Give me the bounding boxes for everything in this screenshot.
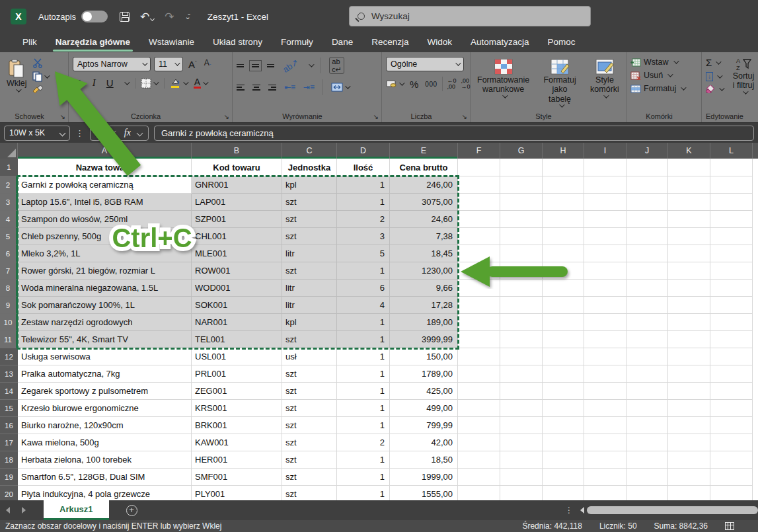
cell[interactable]: szt [282,434,337,451]
format-cells-button[interactable]: Formatuj [630,84,685,93]
worksheet-grid[interactable]: ABCDEFGHIJKL1Nazwa towaruKod towaruJedno… [0,143,758,500]
cell[interactable]: 2 [337,434,390,451]
tab-scroll-grip[interactable]: ⋮ [565,506,574,515]
cell[interactable] [710,331,753,348]
delete-cells-button[interactable]: Usuń [630,71,685,80]
cell[interactable] [668,486,710,500]
align-center-icon[interactable] [252,83,260,92]
copy-icon[interactable] [32,71,42,82]
cell[interactable]: 1 [337,194,390,211]
cell[interactable] [543,365,584,383]
cell[interactable] [500,469,543,486]
cell[interactable]: MLE001 [192,245,282,262]
cell[interactable]: KRS001 [192,400,282,417]
cell[interactable] [710,228,753,245]
ribbon-tab-widok[interactable]: Widok [418,34,461,52]
cell[interactable] [458,434,500,451]
cell[interactable] [584,383,626,400]
row-header-2[interactable]: 2 [0,176,18,194]
row-header-17[interactable]: 17 [0,434,18,451]
cell[interactable] [668,194,710,211]
cell[interactable] [500,159,543,176]
cell[interactable] [626,331,668,348]
cell[interactable]: szt [282,451,337,469]
cell[interactable] [458,451,500,469]
column-header-B[interactable]: B [192,143,282,159]
cell[interactable] [584,348,626,365]
formula-input[interactable]: Garnki z powłoką ceramiczną [154,126,754,141]
cell[interactable]: 18,50 [390,451,458,469]
format-painter-icon[interactable] [32,85,43,95]
cell[interactable]: SOK001 [192,297,282,314]
cell[interactable] [710,314,753,331]
column-header-I[interactable]: I [584,143,626,159]
save-icon[interactable] [120,12,130,22]
cell[interactable] [710,365,753,383]
cell[interactable] [543,469,584,486]
cell[interactable] [543,486,584,500]
cell[interactable] [458,262,500,280]
cell[interactable]: SZP001 [192,211,282,228]
cell[interactable] [458,400,500,417]
cell[interactable] [710,434,753,451]
orientation-chevron-icon[interactable] [309,61,315,67]
cell[interactable]: 189,00 [390,314,458,331]
column-header-H[interactable]: H [543,143,584,159]
row-header-7[interactable]: 7 [0,262,18,280]
cell[interactable]: kpl [282,176,337,194]
cell[interactable] [500,194,543,211]
cell[interactable]: Pralka automatyczna, 7kg [18,365,192,383]
autosum-button[interactable]: Σ [706,57,723,68]
cell[interactable] [584,194,626,211]
column-header-A[interactable]: A [18,143,192,159]
cell[interactable] [626,417,668,434]
cell[interactable]: 3 [337,228,390,245]
cell[interactable]: 24,60 [390,211,458,228]
cell[interactable]: 7,38 [390,228,458,245]
align-middle-icon[interactable] [252,63,259,69]
cell[interactable] [710,348,753,365]
cell[interactable]: Ilość [337,159,390,176]
ribbon-tab-narz-dzia-g-wne[interactable]: Narzędzia główne [46,34,139,52]
cell[interactable]: 1 [337,417,390,434]
cell[interactable] [584,469,626,486]
cell[interactable]: szt [282,383,337,400]
cell[interactable] [500,383,543,400]
cell[interactable] [626,176,668,194]
cell[interactable]: Woda mineralna niegazowana, 1.5L [18,280,192,297]
normal-view-icon[interactable] [725,522,734,530]
cell[interactable] [543,417,584,434]
cell[interactable]: Rower górski, 21 biegów, rozmiar L [18,262,192,280]
add-sheet-icon[interactable]: + [126,505,137,516]
cell[interactable] [626,280,668,297]
bold-button[interactable]: B [73,77,84,89]
cell-styles-button[interactable]: Style komórki [587,57,622,100]
quick-access-chevron-icon[interactable]: ⌄̄ [185,13,190,21]
name-box[interactable]: 10W x 5K [4,126,70,141]
cell[interactable]: Herbata zielona, 100 torebek [18,451,192,469]
cell[interactable]: kpl [282,314,337,331]
wrap-text-icon[interactable]: abc↵ [329,57,344,74]
cell[interactable] [668,262,710,280]
cell[interactable]: 1 [337,400,390,417]
select-all-corner[interactable] [0,143,18,159]
cell[interactable]: 5 [337,245,390,262]
cell[interactable]: Cena brutto [390,159,458,176]
cell[interactable] [500,348,543,365]
borders-chevron-icon[interactable] [153,79,159,85]
cell[interactable] [458,417,500,434]
ribbon-tab-uk-ad-strony[interactable]: Układ strony [204,34,272,52]
row-header-6[interactable]: 6 [0,245,18,262]
underline-chevron-icon[interactable] [124,79,130,85]
cell[interactable] [500,400,543,417]
merge-center-chevron-icon[interactable] [345,84,350,89]
sheet-prev-icon[interactable] [6,507,10,513]
cell[interactable] [543,451,584,469]
scroll-left-icon[interactable] [580,507,584,513]
alignment-dialog-launcher-icon[interactable]: ↘ [373,113,379,120]
sheet-tab-arkusz1[interactable]: Arkusz1 [44,500,109,520]
cell[interactable]: Krzesło biurowe ergonomiczne [18,400,192,417]
cell[interactable] [458,228,500,245]
orientation-icon[interactable]: ab↗ [281,57,300,75]
cell[interactable]: 3999,99 [390,331,458,348]
